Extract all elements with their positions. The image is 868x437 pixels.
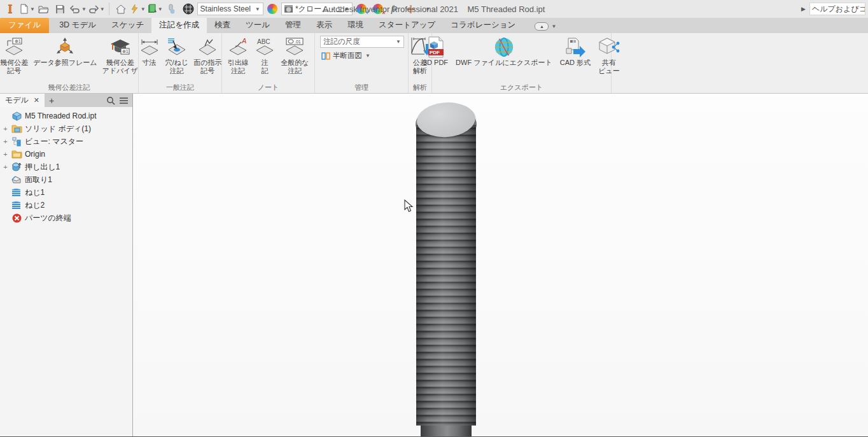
material-select[interactable]: Stainless Steel ▼: [197, 3, 263, 15]
title-bar: I ▼ ▼ ▼ ▼ ▼: [0, 0, 868, 18]
thread-icon: [11, 187, 22, 197]
datum-reference-frame-button[interactable]: データ参照フレーム: [31, 34, 99, 67]
tree-item-chamfer[interactable]: 面取り1: [3, 173, 132, 186]
leader-text-button[interactable]: A 引出線 注記: [225, 34, 251, 75]
redo-button[interactable]: ▼: [88, 1, 105, 17]
open-button[interactable]: [36, 1, 52, 17]
tree-item-label: M5 Threaded Rod.ipt: [25, 111, 97, 120]
tab-tools[interactable]: ツール: [238, 18, 277, 33]
end-of-part-icon: [11, 213, 22, 223]
material-value: Stainless Steel: [200, 4, 251, 13]
tab-getting-started[interactable]: スタートアップ: [371, 18, 443, 33]
adjust-appearance-button[interactable]: +: [354, 1, 369, 17]
tab-sketch[interactable]: スケッチ: [104, 18, 151, 33]
material-button[interactable]: [181, 1, 196, 17]
chevron-down-icon: ▼: [344, 6, 349, 12]
feature-control-frame-button[interactable]: ⊕1 幾何公差 記号: [0, 34, 30, 75]
3d-pdf-button[interactable]: PDF 3D PDF: [421, 34, 450, 67]
tree-item-part[interactable]: M5 Threaded Rod.ipt: [3, 110, 132, 122]
tab-collaborate[interactable]: コラボレーション: [443, 18, 523, 33]
dimension-button[interactable]: 寸法: [137, 34, 162, 67]
half-section-label: 半断面図: [333, 51, 362, 61]
tree-item-origin[interactable]: Origin: [3, 148, 132, 161]
group-label: 一般注記: [139, 82, 221, 93]
ribbon-collapse-control[interactable]: ▲ ▼: [535, 22, 556, 33]
tree-item-thread1[interactable]: ねじ1: [3, 186, 132, 199]
clear-appearance-button[interactable]: ×: [370, 1, 386, 17]
tab-view[interactable]: 表示: [309, 18, 340, 33]
close-icon[interactable]: ✕: [34, 96, 39, 104]
save-button[interactable]: [53, 1, 68, 17]
surface-texture-button[interactable]: 面の指示 記号: [192, 34, 223, 75]
chevron-down-icon: ▼: [551, 24, 556, 29]
tab-manage[interactable]: 管理: [277, 18, 309, 33]
update-button[interactable]: ▼: [130, 1, 146, 17]
tab-environments[interactable]: 環境: [340, 18, 371, 33]
tab-3d-model[interactable]: 3D モデル: [52, 18, 104, 33]
graphics-window[interactable]: [133, 94, 868, 437]
browser-tab-label: モデル: [5, 95, 29, 106]
expand-icon[interactable]: [3, 164, 8, 170]
chevron-down-icon: ▼: [365, 53, 370, 59]
customize-qat-button[interactable]: ▼: [420, 1, 435, 17]
browser-tab-model[interactable]: モデル ✕: [0, 94, 45, 107]
undo-button[interactable]: ▼: [69, 1, 87, 17]
fx-icon: fx: [391, 4, 398, 15]
chevron-down-icon: ▼: [425, 6, 430, 12]
group-gdt-annotation: ⊕1 幾何公差 記号 データ参照フレーム ⊕1 幾何公差 アドバイザ 幾何公差注…: [0, 33, 139, 93]
svg-text:PDF: PDF: [430, 50, 440, 55]
chevron-down-icon: ▼: [255, 6, 260, 12]
tab-inspect[interactable]: 検査: [207, 18, 238, 33]
group-manage: 注記の尺度 ▼ 半断面図 ▼ 管理: [315, 33, 409, 93]
general-note-button[interactable]: .01 全般的な 注記: [279, 34, 311, 75]
half-section-view-button[interactable]: 半断面図 ▼: [320, 50, 404, 61]
tree-item-extrusion[interactable]: 押し出し1: [3, 161, 132, 173]
origin-folder-icon: [11, 149, 22, 159]
tree-item-label: 面取り1: [25, 175, 52, 185]
browser-menu-icon[interactable]: [119, 97, 129, 104]
quick-access-toolbar: I ▼ ▼ ▼ ▼ ▼: [3, 1, 435, 17]
add-browser-tab-button[interactable]: +: [45, 96, 59, 106]
home-icon: [116, 4, 126, 14]
tree-item-thread2[interactable]: ねじ2: [3, 199, 132, 211]
tolerance-advisor-button[interactable]: ⊕1 幾何公差 アドバイザ: [101, 34, 140, 75]
hole-thread-note-button[interactable]: 穴/ねじ 注記: [164, 34, 191, 75]
expand-icon[interactable]: [3, 152, 8, 157]
threaded-rod-body[interactable]: [416, 125, 476, 426]
threaded-rod-shank[interactable]: [421, 426, 472, 437]
leader-text-icon: A: [227, 36, 249, 59]
dimension-icon: [139, 36, 160, 59]
group-label: エクスポート: [432, 82, 611, 93]
export-dwf-button[interactable]: DWF ファイルにエクスポート: [454, 34, 554, 67]
new-file-button[interactable]: ▼: [19, 1, 35, 17]
appearance-select[interactable]: *クローム - こ ▼: [281, 3, 353, 15]
add-command-button[interactable]: [403, 1, 419, 17]
parameters-button[interactable]: fx: [387, 1, 402, 17]
inventor-logo[interactable]: I: [3, 1, 18, 17]
appearance-wheel-button[interactable]: [265, 1, 280, 17]
expand-icon[interactable]: [3, 126, 8, 132]
search-icon[interactable]: [106, 96, 115, 105]
text-note-button[interactable]: ABC 注 記: [252, 34, 277, 75]
export-cad-format-button[interactable]: CAD 形式: [558, 34, 592, 67]
drawing-button[interactable]: ▼: [147, 1, 163, 17]
measure-button[interactable]: [164, 1, 179, 17]
chamfer-icon: [11, 175, 22, 185]
group-label: 管理: [315, 82, 408, 93]
annotation-scale-select[interactable]: 注記の尺度 ▼: [320, 36, 404, 48]
help-search-input[interactable]: ヘルプおよびコマン: [809, 3, 865, 15]
help-area: ▶ ヘルプおよびコマン: [801, 3, 865, 15]
help-expander-icon[interactable]: ▶: [801, 6, 806, 12]
tree-item-end-of-part[interactable]: パーツの終端: [3, 211, 132, 224]
tab-file[interactable]: ファイル: [0, 18, 49, 33]
svg-text:ABC: ABC: [257, 38, 270, 45]
tab-annotate[interactable]: 注記を作成: [151, 18, 207, 33]
help-search-text: ヘルプおよびコマン: [812, 4, 865, 15]
home-button[interactable]: [113, 1, 129, 17]
expand-icon[interactable]: [3, 139, 8, 145]
collapse-ribbon-icon: ▲: [535, 22, 549, 31]
tree-item-solid-bodies[interactable]: ソリッド ボディ(1): [3, 122, 132, 135]
general-note-icon: .01: [284, 36, 305, 59]
toolbar-separator: [109, 3, 109, 15]
tree-item-view-master[interactable]: ビュー: マスター: [3, 135, 132, 148]
